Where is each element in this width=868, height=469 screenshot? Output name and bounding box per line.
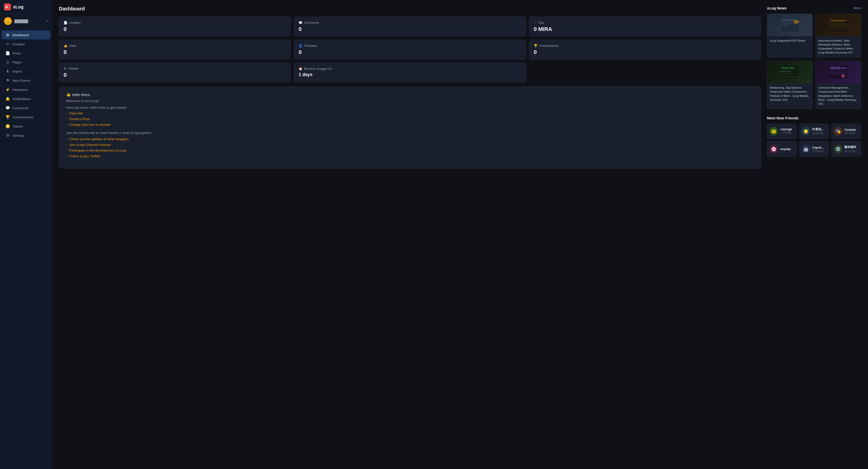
community-intro: Join the community to meet friends or bu… xyxy=(66,131,754,135)
news-card-rss[interactable]: RSS xLog Supported RSS Feeds xyxy=(767,13,812,58)
friend-avatar: 🐸 xyxy=(769,127,778,136)
news-card-weekly15[interactable]: Write.Own.Earn. ♥ Comment Management, Um… xyxy=(815,61,861,109)
community-links: Check out the updates of other bloggers … xyxy=(66,137,754,158)
svg-text:✓ Checks 2   Files changed: ✓ Checks 2 Files changed xyxy=(781,76,800,78)
sidebar: ✕ xLog 😀 ██████... ▾ ⊞ Dashboard ✏ Creat… xyxy=(0,0,52,469)
friend-desc: 一个写故... xyxy=(780,131,793,135)
stat-card-likes: 👍 Likes 0 xyxy=(59,40,291,60)
list-item: Change Site Icon or domain xyxy=(66,123,754,127)
welcome-line2: Here are some useful links to get starte… xyxy=(66,106,754,110)
sidebar-item-creation[interactable]: ✏ Creation xyxy=(1,40,50,49)
token-icon: 🪙 xyxy=(5,124,10,128)
bloggers-link[interactable]: Check out the updates of other bloggers xyxy=(69,137,129,141)
svg-text:RSS: RSS xyxy=(794,21,799,23)
news-more-link[interactable]: More xyxy=(854,6,861,10)
svg-rect-27 xyxy=(830,73,845,74)
stat-card-comments: 💬 Comments 0 xyxy=(294,17,526,37)
user-profile[interactable]: 😀 ██████... ▾ xyxy=(0,14,52,28)
create-post-link[interactable]: Create a Post xyxy=(69,117,90,121)
sidebar-item-import[interactable]: ⬇ Import xyxy=(1,67,50,76)
friend-card-caspian[interactable]: 🎭 Caspian Do what I... xyxy=(831,124,861,139)
right-panel: xLog News More xyxy=(767,6,861,463)
comment-icon: 💬 xyxy=(5,106,10,110)
stat-value-likes: 0 xyxy=(64,49,286,56)
news-card-weekly16[interactable]: #router #499 ▶ list week ✓ Checks 2 File… xyxy=(767,61,812,109)
stat-card-xlogger: ⏰ Become xLogger for 1 days xyxy=(294,63,526,83)
file-icon: 📄 xyxy=(5,51,10,56)
avatar: 😀 xyxy=(4,17,12,25)
stat-value-followers: 0 xyxy=(299,49,521,56)
sidebar-item-label: Tokens xyxy=(12,125,23,128)
friend-card-czyouge[interactable]: 🐸 czyouge 一个写故... xyxy=(767,124,797,139)
friend-avatar: 🤖 xyxy=(801,145,810,154)
comment-icon: 💬 xyxy=(299,21,303,25)
friend-card-captain[interactable]: 🤖 Captai... Prompt E... xyxy=(799,142,829,157)
edit-icon: ✏ xyxy=(5,42,10,46)
main-content: Dashboard 📄 Creation 0 💬 Comments 0 xyxy=(52,0,868,469)
sidebar-nav: ⊞ Dashboard ✏ Creation 📄 Posts 🗒 Pages ⬇… xyxy=(0,28,52,469)
sidebar-item-posts[interactable]: 📄 Posts xyxy=(1,49,50,58)
friend-card-ooyeep[interactable]: 🌸 ooyeep xyxy=(767,142,797,157)
clock-icon: ⏰ xyxy=(299,67,303,70)
view-site-link[interactable]: View Site xyxy=(69,112,83,115)
list-item: Create a Post xyxy=(66,117,754,121)
friend-card-yexing[interactable]: 🌟 叶星优... 生活不易... xyxy=(799,124,829,139)
friend-avatar: 🌸 xyxy=(769,145,778,154)
list-item: Check out the updates of other bloggers xyxy=(66,137,754,141)
sidebar-item-achievements[interactable]: 🏆 Achievements xyxy=(1,113,50,122)
useful-links: View Site Create a Post Change Site Icon… xyxy=(66,112,754,127)
friend-card-guzhi[interactable]: ⚙️ 毂种循环 漫上汽油... xyxy=(831,142,861,157)
sidebar-logo[interactable]: ✕ xLog xyxy=(0,0,52,14)
sidebar-item-comments[interactable]: 💬 Comments xyxy=(1,103,50,113)
sidebar-item-interaction[interactable]: ⚡ Interaction xyxy=(1,85,50,94)
user-name: ██████... xyxy=(14,19,44,23)
trophy-icon: 🏆 xyxy=(5,115,10,119)
sidebar-item-label: Creation xyxy=(12,42,25,46)
friend-avatar: 🌟 xyxy=(801,127,810,136)
svg-text:xLog Weekly #17: xLog Weekly #17 xyxy=(831,20,846,22)
friends-title: Meet New Friends xyxy=(767,116,799,120)
sidebar-item-notifications[interactable]: 🔔 Notifications xyxy=(1,94,50,103)
friend-desc: Prompt E... xyxy=(812,149,826,152)
sidebar-item-label: Comments xyxy=(12,106,28,110)
discord-link[interactable]: Join xLog's Discord channel xyxy=(69,143,111,147)
interact-icon: ⚡ xyxy=(5,87,10,92)
friend-info: 毂种循环 漫上汽油... xyxy=(844,145,858,153)
sidebar-item-label: Achievements xyxy=(12,115,33,119)
friend-desc: Do what I... xyxy=(844,131,858,134)
friend-name: 叶星优... xyxy=(812,127,826,131)
friends-grid: 🐸 czyouge 一个写故... 🌟 叶星优... 生活不易... xyxy=(767,124,861,157)
sidebar-item-label: Dashboard xyxy=(12,33,29,37)
stat-value-tips: 0 MIRA xyxy=(534,26,756,32)
stat-value-xlogger: 1 days xyxy=(299,72,521,77)
twitter-link[interactable]: Follow xLog's Twitter xyxy=(69,154,100,158)
friend-name: Captai... xyxy=(812,146,826,149)
doc-icon: 📄 xyxy=(64,21,68,25)
svg-text:♥: ♥ xyxy=(842,75,844,77)
news-card-weekly17[interactable]: xLog Weekly #17 Improved Activities, Sid… xyxy=(815,13,861,58)
friend-info: 叶星优... 生活不易... xyxy=(812,127,826,135)
sidebar-item-tokens[interactable]: 🪙 Tokens xyxy=(1,122,50,131)
change-icon-link[interactable]: Change Site Icon or domain xyxy=(69,123,111,127)
flag-icon: ⚑ xyxy=(5,78,10,83)
sidebar-item-settings[interactable]: ⚙ Settings xyxy=(1,131,50,140)
page-title: Dashboard xyxy=(59,6,761,12)
sidebar-item-dashboard[interactable]: ⊞ Dashboard xyxy=(1,30,50,39)
sidebar-item-label: Posts xyxy=(12,52,21,55)
list-item: View Site xyxy=(66,112,754,115)
sidebar-item-label: Interaction xyxy=(12,88,28,92)
development-link[interactable]: Participate in the development of xLog xyxy=(69,149,126,152)
page-icon: 🗒 xyxy=(5,60,10,64)
welcome-greeting: 👋 Hello there, xyxy=(66,93,754,97)
sidebar-item-new-events[interactable]: ⚑ New Events xyxy=(1,76,50,85)
stat-card-viewed: 👁 Viewed 0 xyxy=(59,63,291,83)
sidebar-item-label: Import xyxy=(12,70,22,73)
import-icon: ⬇ xyxy=(5,69,10,73)
welcome-line1: Welcome to use xLog! xyxy=(66,99,754,103)
svg-rect-20 xyxy=(781,74,795,75)
eye-icon: 👁 xyxy=(64,67,67,70)
xlog-logo-icon: ✕ xyxy=(4,3,11,10)
news-thumb: #router #499 ▶ list week ✓ Checks 2 File… xyxy=(767,61,812,83)
friend-info: czyouge 一个写故... xyxy=(780,128,793,135)
sidebar-item-pages[interactable]: 🗒 Pages xyxy=(1,58,50,67)
